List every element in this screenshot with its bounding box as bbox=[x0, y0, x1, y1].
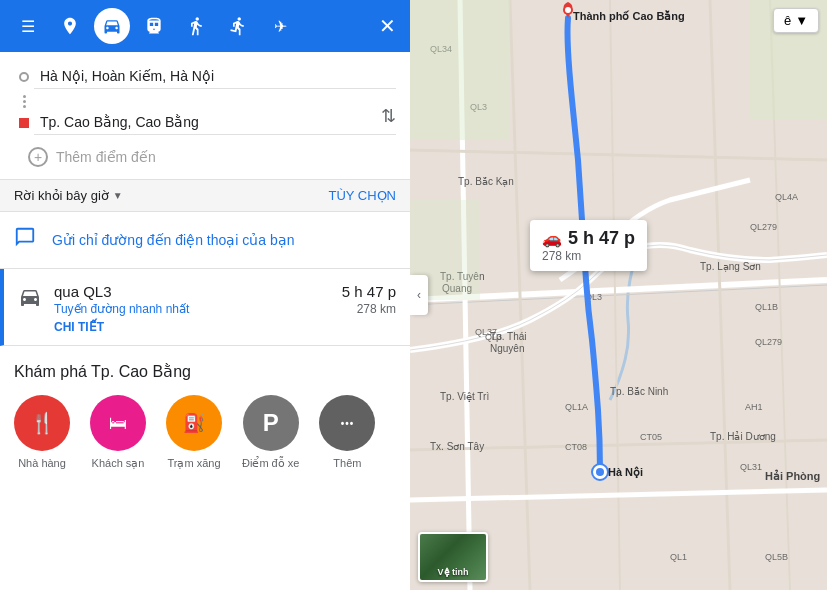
satellite-thumbnail[interactable]: Vệ tinh bbox=[418, 532, 488, 582]
dest-square-icon bbox=[19, 118, 29, 128]
map-route-time: 🚗 5 h 47 p bbox=[542, 228, 635, 249]
route-inputs: ⇅ + Thêm điểm đến bbox=[0, 52, 410, 180]
restaurants-icon: 🍴 bbox=[14, 395, 70, 451]
explore-restaurants[interactable]: 🍴 Nhà hàng bbox=[14, 395, 70, 469]
map-type-dropdown-icon: ▼ bbox=[795, 13, 808, 28]
svg-text:Tp. Bắc Ninh: Tp. Bắc Ninh bbox=[610, 386, 668, 397]
depart-button[interactable]: Rời khỏi bây giờ ▼ bbox=[14, 188, 123, 203]
options-bar: Rời khỏi bây giờ ▼ TÙY CHỌN bbox=[0, 180, 410, 212]
map-route-dist: 278 km bbox=[542, 249, 635, 263]
satellite-label: Vệ tinh bbox=[438, 567, 469, 577]
satellite-inner: Vệ tinh bbox=[420, 534, 486, 580]
svg-text:QL279: QL279 bbox=[750, 222, 777, 232]
chi-tiet-link[interactable]: CHI TIẾT bbox=[54, 320, 104, 334]
map-type-button[interactable]: ê ▼ bbox=[773, 8, 819, 33]
svg-text:Nguyên: Nguyên bbox=[490, 343, 524, 354]
route-fastest-label: Tuyến đường nhanh nhất bbox=[54, 302, 330, 316]
add-dest-text: Thêm điểm đến bbox=[56, 149, 156, 165]
svg-text:Tx. Sơn Tây: Tx. Sơn Tây bbox=[430, 441, 484, 452]
explore-more[interactable]: ••• Thêm bbox=[319, 395, 375, 469]
explore-section: Khám phá Tp. Cao Bằng 🍴 Nhà hàng 🛏 Khách… bbox=[0, 346, 410, 480]
origin-circle-icon bbox=[19, 72, 29, 82]
route-via: qua QL3 bbox=[54, 283, 330, 300]
map-type-label: ê bbox=[784, 13, 791, 28]
send-text: Gửi chỉ đường đến điện thoại của bạn bbox=[52, 232, 295, 248]
gas-icon: ⛽ bbox=[166, 395, 222, 451]
menu-button[interactable]: ☰ bbox=[10, 8, 46, 44]
nav-bike-icon[interactable] bbox=[220, 8, 256, 44]
svg-text:QL1: QL1 bbox=[670, 552, 687, 562]
svg-text:QL1A: QL1A bbox=[565, 402, 588, 412]
origin-input[interactable] bbox=[34, 64, 396, 89]
origin-row bbox=[14, 64, 396, 89]
add-destination[interactable]: + Thêm điểm đến bbox=[14, 141, 396, 171]
top-nav: ☰ ✈ ✕ bbox=[0, 0, 410, 52]
svg-point-42 bbox=[596, 468, 604, 476]
svg-point-45 bbox=[565, 7, 571, 13]
svg-text:Tp. Thái: Tp. Thái bbox=[490, 331, 527, 342]
route-time-dist: 5 h 47 p 278 km bbox=[342, 283, 396, 316]
svg-text:QL1B: QL1B bbox=[755, 302, 778, 312]
parking-label: Điểm đỗ xe bbox=[242, 457, 299, 470]
map-collapse-button[interactable]: ‹ bbox=[410, 275, 428, 315]
swap-button[interactable]: ⇅ bbox=[381, 105, 396, 127]
svg-text:QL279: QL279 bbox=[755, 337, 782, 347]
gas-label: Trạm xăng bbox=[167, 457, 220, 470]
map-background: QL3 QL3 QL279 QL1B QL279 QL34 QL3 QL37 Q… bbox=[410, 0, 827, 590]
svg-text:QL4A: QL4A bbox=[775, 192, 798, 202]
collapse-icon: ‹ bbox=[417, 288, 421, 302]
route-distance: 278 km bbox=[342, 302, 396, 316]
more-label: Thêm bbox=[333, 457, 361, 469]
destination-row bbox=[14, 110, 396, 135]
tuy-chon-button[interactable]: TÙY CHỌN bbox=[328, 188, 396, 203]
svg-text:Thành phố Cao Bằng: Thành phố Cao Bằng bbox=[573, 10, 685, 22]
close-button[interactable]: ✕ bbox=[375, 10, 400, 42]
destination-input[interactable] bbox=[34, 110, 396, 135]
svg-text:QL5B: QL5B bbox=[765, 552, 788, 562]
map-route-card: 🚗 5 h 47 p 278 km bbox=[530, 220, 647, 271]
depart-label: Rời khỏi bây giờ bbox=[14, 188, 109, 203]
svg-text:AH1: AH1 bbox=[745, 402, 763, 412]
nav-route-icon[interactable] bbox=[52, 8, 88, 44]
route-info: qua QL3 Tuyến đường nhanh nhất CHI TIẾT bbox=[54, 283, 330, 335]
svg-text:QL31: QL31 bbox=[740, 462, 762, 472]
svg-text:Tp. Hải Dương: Tp. Hải Dương bbox=[710, 431, 776, 442]
dest-dot bbox=[14, 118, 34, 128]
nav-car-icon[interactable] bbox=[94, 8, 130, 44]
car-route-icon bbox=[18, 285, 42, 315]
svg-text:Tp. Lạng Sơn: Tp. Lạng Sơn bbox=[700, 261, 761, 272]
svg-text:CT08: CT08 bbox=[565, 442, 587, 452]
nav-walk-icon[interactable] bbox=[178, 8, 214, 44]
route-time: 5 h 47 p bbox=[342, 283, 396, 300]
svg-text:Hà Nội: Hà Nội bbox=[608, 466, 643, 479]
origin-dot bbox=[14, 72, 34, 82]
right-map: QL3 QL3 QL279 QL1B QL279 QL34 QL3 QL37 Q… bbox=[410, 0, 827, 590]
svg-text:CT05: CT05 bbox=[640, 432, 662, 442]
svg-text:Tp. Bắc Kạn: Tp. Bắc Kạn bbox=[458, 176, 514, 187]
dots-connector bbox=[14, 95, 34, 108]
send-icon bbox=[14, 226, 42, 254]
left-panel: ☰ ✈ ✕ bbox=[0, 0, 410, 590]
send-directions[interactable]: Gửi chỉ đường đến điện thoại của bạn bbox=[0, 212, 410, 269]
explore-title: Khám phá Tp. Cao Bằng bbox=[14, 362, 396, 381]
route-result[interactable]: qua QL3 Tuyến đường nhanh nhất CHI TIẾT … bbox=[0, 269, 410, 346]
parking-icon: P bbox=[243, 395, 299, 451]
restaurants-label: Nhà hàng bbox=[18, 457, 66, 469]
explore-gas[interactable]: ⛽ Trạm xăng bbox=[166, 395, 222, 470]
add-dest-icon: + bbox=[28, 147, 48, 167]
nav-transit-icon[interactable] bbox=[136, 8, 172, 44]
hotels-label: Khách sạn bbox=[92, 457, 145, 470]
nav-flight-icon[interactable]: ✈ bbox=[262, 8, 298, 44]
svg-text:Tp. Việt Trì: Tp. Việt Trì bbox=[440, 391, 489, 402]
map-controls: ê ▼ bbox=[773, 8, 819, 33]
more-icon: ••• bbox=[319, 395, 375, 451]
explore-icons: 🍴 Nhà hàng 🛏 Khách sạn ⛽ Trạm xăng P Điể… bbox=[14, 395, 396, 470]
hotels-icon: 🛏 bbox=[90, 395, 146, 451]
svg-rect-38 bbox=[410, 0, 510, 140]
map-car-icon: 🚗 bbox=[542, 229, 562, 248]
explore-parking[interactable]: P Điểm đỗ xe bbox=[242, 395, 299, 470]
svg-text:Hải Phòng: Hải Phòng bbox=[765, 469, 820, 482]
explore-hotels[interactable]: 🛏 Khách sạn bbox=[90, 395, 146, 470]
depart-arrow-icon: ▼ bbox=[113, 190, 123, 201]
